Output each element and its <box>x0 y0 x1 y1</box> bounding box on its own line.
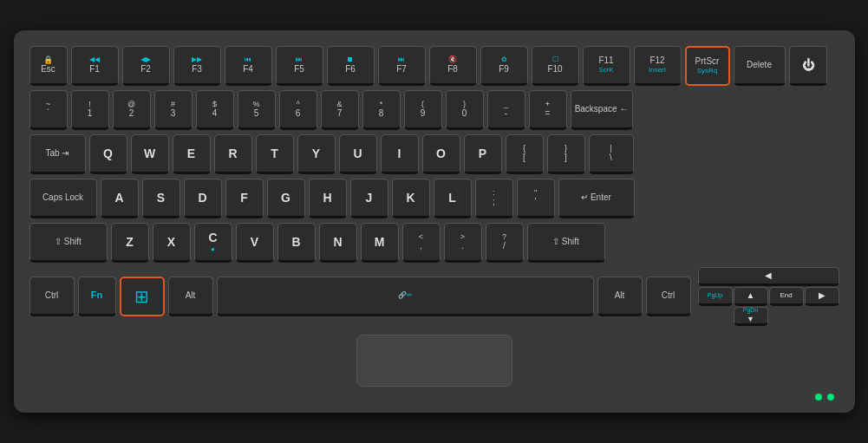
key-ctrl-left[interactable]: Ctrl <box>29 277 75 316</box>
key-f11[interactable]: F11 ScrK <box>583 46 630 86</box>
key-f[interactable]: F <box>225 179 264 218</box>
touchpad[interactable] <box>356 335 512 387</box>
key-slash[interactable]: ? / <box>486 223 524 263</box>
key-f2[interactable]: ◀▶ F2 <box>122 46 170 86</box>
key-backslash[interactable]: | \ <box>589 134 634 174</box>
key-4[interactable]: $ 4 <box>196 90 234 130</box>
key-i[interactable]: I <box>381 134 419 174</box>
key-period[interactable]: > . <box>444 223 482 263</box>
key-lbracket[interactable]: { [ <box>506 134 544 174</box>
key-q[interactable]: Q <box>89 134 127 174</box>
qwerty-row: Tab ⇥ Q W E R T Y U I O P { [ } ] | \ <box>29 134 839 174</box>
key-pgdn[interactable]: PgDn ▼ <box>734 307 768 326</box>
key-pgup-home[interactable]: PgUp <box>698 287 733 306</box>
key-5[interactable]: % 5 <box>238 90 276 130</box>
key-o[interactable]: O <box>422 134 460 174</box>
keyboard-container: 🔒 Esc ◀◀ F1 ◀▶ F2 ▶▶ F3 ⏮ F4 ⏭ F5 <box>14 30 855 413</box>
key-3[interactable]: # 3 <box>154 90 193 130</box>
key-esc[interactable]: 🔒 Esc <box>29 46 68 86</box>
number-row: ~ ` ! 1 @ 2 # 3 $ 4 % 5 <box>29 90 839 130</box>
key-r[interactable]: R <box>214 134 252 174</box>
arrow-row: PgUp ▲ PgDn ▼ End ▶ <box>698 287 839 326</box>
key-f6[interactable]: ⏹ F6 <box>327 46 375 86</box>
key-left[interactable]: ◀ <box>698 267 839 286</box>
key-ctrl-right[interactable]: Ctrl <box>646 277 691 316</box>
key-y[interactable]: Y <box>297 134 336 174</box>
led-dots <box>815 394 834 401</box>
key-n[interactable]: N <box>319 223 357 263</box>
key-7[interactable]: & 7 <box>321 90 359 130</box>
key-1[interactable]: ! 1 <box>71 90 109 130</box>
key-f12[interactable]: F12 Insert <box>634 46 682 86</box>
key-z[interactable]: Z <box>111 223 149 263</box>
key-enter[interactable]: ↵ Enter <box>558 179 635 218</box>
key-9[interactable]: ( 9 <box>404 90 442 130</box>
key-up[interactable]: ▲ <box>734 287 768 306</box>
key-rbracket[interactable]: } ] <box>547 134 585 174</box>
key-w[interactable]: W <box>131 134 169 174</box>
key-semicolon[interactable]: : ; <box>475 179 513 218</box>
key-u[interactable]: U <box>339 134 377 174</box>
key-h[interactable]: H <box>309 179 347 218</box>
key-e[interactable]: E <box>173 134 211 174</box>
arrow-cluster: ◀ PgUp ▲ PgDn ▼ End ▶ <box>698 267 839 326</box>
key-0[interactable]: ) 0 <box>446 90 484 130</box>
key-end[interactable]: End <box>769 287 804 306</box>
key-x[interactable]: X <box>153 223 191 263</box>
key-quote[interactable]: " ' <box>517 179 555 218</box>
key-tilde[interactable]: ~ ` <box>29 90 68 130</box>
key-prtscr[interactable]: PrtScr SysRq <box>685 46 730 86</box>
key-k[interactable]: K <box>392 179 430 218</box>
key-space[interactable]: 🔗✏ <box>217 277 594 316</box>
key-l[interactable]: L <box>434 179 472 218</box>
key-right[interactable]: ▶ <box>805 287 839 306</box>
key-shift-right[interactable]: ⇧ Shift <box>527 223 605 263</box>
key-backspace[interactable]: Backspace ← <box>571 90 633 130</box>
asdf-row: Caps Lock A S D F G H J K L : ; " ' ↵ En… <box>29 179 839 218</box>
key-m[interactable]: M <box>361 223 399 263</box>
key-shift-left[interactable]: ⇧ Shift <box>29 223 108 263</box>
key-power[interactable]: ⏻ <box>789 46 827 86</box>
key-c[interactable]: C ● <box>194 223 232 263</box>
fn-row: 🔒 Esc ◀◀ F1 ◀▶ F2 ▶▶ F3 ⏮ F4 ⏭ F5 <box>29 46 839 86</box>
key-8[interactable]: * 8 <box>362 90 401 130</box>
key-comma[interactable]: < , <box>402 223 441 263</box>
key-win[interactable]: ⊞ <box>120 277 165 316</box>
up-down-group: ▲ PgDn ▼ <box>734 287 768 326</box>
key-capslock[interactable]: Caps Lock <box>29 179 97 218</box>
key-v[interactable]: V <box>236 223 274 263</box>
key-f3[interactable]: ▶▶ F3 <box>173 46 221 86</box>
key-2[interactable]: @ 2 <box>113 90 151 130</box>
led-dot-1 <box>815 394 822 401</box>
key-alt-right[interactable]: Alt <box>597 277 643 316</box>
key-j[interactable]: J <box>350 179 388 218</box>
key-d[interactable]: D <box>184 179 222 218</box>
key-alt-left[interactable]: Alt <box>168 277 213 316</box>
led-dot-2 <box>827 394 834 401</box>
key-g[interactable]: G <box>267 179 305 218</box>
key-p[interactable]: P <box>464 134 502 174</box>
key-tab[interactable]: Tab ⇥ <box>29 134 86 174</box>
key-t[interactable]: T <box>256 134 294 174</box>
key-f8[interactable]: 🔇 F8 <box>429 46 477 86</box>
keyboard-rows: 🔒 Esc ◀◀ F1 ◀▶ F2 ▶▶ F3 ⏮ F4 ⏭ F5 <box>29 46 839 326</box>
key-s[interactable]: S <box>142 179 180 218</box>
key-f1[interactable]: ◀◀ F1 <box>71 46 119 86</box>
key-fn[interactable]: Fn <box>78 277 116 316</box>
key-f7[interactable]: ⏭ F7 <box>378 46 426 86</box>
key-6[interactable]: ^ 6 <box>279 90 317 130</box>
key-f4[interactable]: ⏮ F4 <box>225 46 272 86</box>
key-b[interactable]: B <box>277 223 316 263</box>
key-minus[interactable]: _ - <box>487 90 525 130</box>
key-equals[interactable]: + = <box>529 90 567 130</box>
key-delete[interactable]: Delete <box>734 46 786 86</box>
key-f5[interactable]: ⏭ F5 <box>276 46 323 86</box>
zxcv-row: ⇧ Shift Z X C ● V B N M < , > . ? / <box>29 223 839 263</box>
key-f9[interactable]: ✿ F9 <box>480 46 528 86</box>
key-f10[interactable]: ☐ F10 <box>532 46 579 86</box>
bottom-row: Ctrl Fn ⊞ Alt 🔗✏ Alt Ctrl ◀ <box>29 267 839 326</box>
key-a[interactable]: A <box>101 179 139 218</box>
